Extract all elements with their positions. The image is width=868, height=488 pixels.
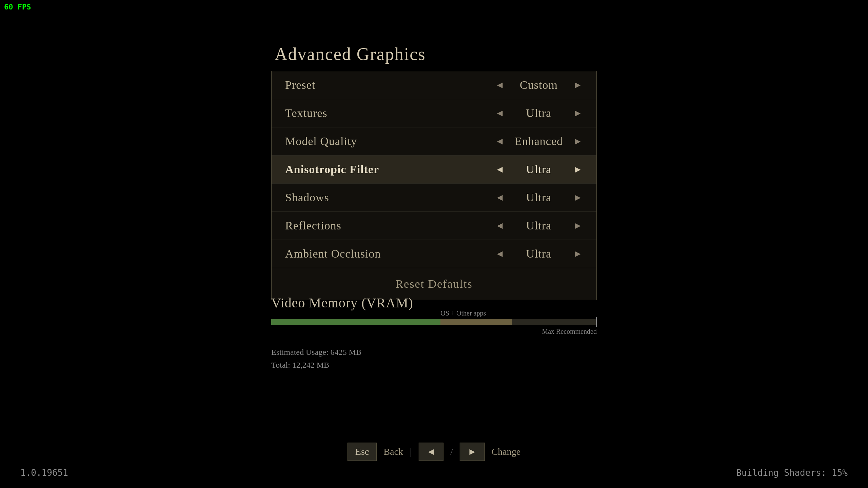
arrow-left[interactable]: ◄ bbox=[495, 136, 505, 147]
setting-row-anisotropic-filter[interactable]: Anisotropic Filter ◄ Ultra ► bbox=[272, 156, 596, 184]
setting-value: Ultra bbox=[512, 247, 566, 260]
setting-label: Textures bbox=[285, 107, 328, 120]
nav-separator: | bbox=[410, 446, 412, 457]
arrow-right[interactable]: ► bbox=[573, 248, 583, 259]
arrow-right[interactable]: ► bbox=[573, 108, 583, 119]
setting-row-preset[interactable]: Preset ◄ Custom ► bbox=[272, 71, 596, 99]
setting-label: Anisotropic Filter bbox=[285, 163, 379, 176]
setting-row-textures[interactable]: Textures ◄ Ultra ► bbox=[272, 99, 596, 127]
arrow-left[interactable]: ◄ bbox=[495, 192, 505, 203]
vram-max-line bbox=[596, 317, 597, 327]
setting-row-shadows[interactable]: Shadows ◄ Ultra ► bbox=[272, 184, 596, 212]
setting-label: Model Quality bbox=[285, 135, 357, 148]
esc-key[interactable]: Esc bbox=[348, 443, 377, 461]
setting-row-model-quality[interactable]: Model Quality ◄ Enhanced ► bbox=[272, 127, 596, 156]
building-shaders-label: Building Shaders: 15% bbox=[736, 468, 848, 478]
setting-control: ◄ Ultra ► bbox=[495, 107, 583, 120]
nav-slash: / bbox=[450, 446, 453, 457]
main-panel: Advanced Graphics Preset ◄ Custom ► Text… bbox=[271, 44, 597, 300]
setting-value: Custom bbox=[512, 79, 566, 92]
arrow-right[interactable]: ► bbox=[573, 192, 583, 203]
setting-row-ambient-occlusion[interactable]: Ambient Occlusion ◄ Ultra ► bbox=[272, 240, 596, 268]
vram-bar bbox=[271, 319, 597, 325]
arrow-left[interactable]: ◄ bbox=[495, 220, 505, 231]
setting-value: Enhanced bbox=[512, 135, 566, 148]
arrow-left[interactable]: ◄ bbox=[495, 108, 505, 119]
vram-total: Total: 12,242 MB bbox=[271, 359, 597, 371]
vram-info: Estimated Usage: 6425 MB Total: 12,242 M… bbox=[271, 346, 597, 372]
arrow-left[interactable]: ◄ bbox=[495, 164, 505, 175]
vram-other-label: OS + Other apps bbox=[440, 309, 486, 317]
vram-estimated: Estimated Usage: 6425 MB bbox=[271, 346, 597, 359]
setting-value: Ultra bbox=[512, 191, 566, 204]
fps-counter: 60 FPS bbox=[4, 3, 31, 11]
vram-remaining-bar bbox=[512, 319, 597, 325]
setting-label: Shadows bbox=[285, 191, 329, 204]
change-label: Change bbox=[492, 446, 521, 457]
left-key[interactable]: ◄ bbox=[418, 443, 443, 461]
arrow-right[interactable]: ► bbox=[573, 136, 583, 147]
setting-control: ◄ Ultra ► bbox=[495, 191, 583, 204]
right-key[interactable]: ► bbox=[460, 443, 485, 461]
arrow-left[interactable]: ◄ bbox=[495, 248, 505, 259]
setting-label: Ambient Occlusion bbox=[285, 247, 381, 260]
bottom-nav: Esc Back | ◄ / ► Change bbox=[348, 443, 520, 461]
setting-control: ◄ Ultra ► bbox=[495, 163, 583, 176]
arrow-right[interactable]: ► bbox=[573, 220, 583, 231]
arrow-left[interactable]: ◄ bbox=[495, 80, 505, 90]
reset-defaults-button[interactable]: Reset Defaults bbox=[395, 278, 472, 290]
vram-other-bar bbox=[440, 319, 512, 325]
vram-used-bar bbox=[271, 319, 440, 325]
setting-control: ◄ Custom ► bbox=[495, 79, 583, 92]
setting-row-reflections[interactable]: Reflections ◄ Ultra ► bbox=[272, 212, 596, 240]
setting-value: Ultra bbox=[512, 107, 566, 120]
setting-label: Preset bbox=[285, 79, 315, 92]
setting-label: Reflections bbox=[285, 219, 341, 232]
settings-box: Preset ◄ Custom ► Textures ◄ Ultra ► Mod… bbox=[271, 71, 597, 300]
setting-control: ◄ Ultra ► bbox=[495, 247, 583, 260]
setting-control: ◄ Ultra ► bbox=[495, 219, 583, 232]
vram-title: Video Memory (VRAM) bbox=[271, 295, 597, 311]
setting-control: ◄ Enhanced ► bbox=[495, 135, 583, 148]
arrow-right[interactable]: ► bbox=[573, 164, 583, 175]
setting-value: Ultra bbox=[512, 163, 566, 176]
setting-value: Ultra bbox=[512, 219, 566, 232]
page-title: Advanced Graphics bbox=[271, 44, 597, 64]
arrow-right[interactable]: ► bbox=[573, 80, 583, 90]
version-label: 1.0.19651 bbox=[20, 468, 68, 478]
vram-section: Video Memory (VRAM) OS + Other apps Max … bbox=[271, 295, 597, 372]
back-label: Back bbox=[383, 446, 403, 457]
vram-max-label: Max Recommended bbox=[271, 328, 597, 336]
